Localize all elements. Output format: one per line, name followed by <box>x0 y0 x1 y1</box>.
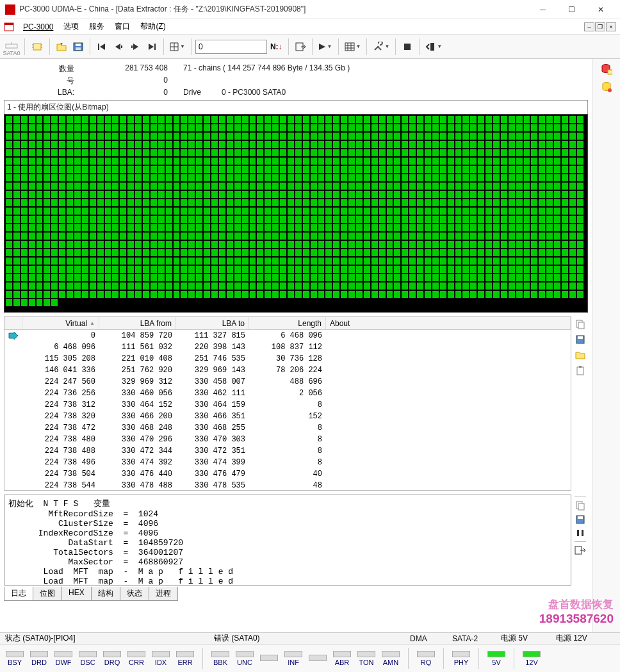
bitmap-cell <box>379 265 386 274</box>
th-lba-to[interactable]: LBA to <box>176 317 249 329</box>
bitmap-cell <box>318 124 325 132</box>
table-copy-button[interactable] <box>574 318 587 331</box>
db-yellow-button[interactable] <box>599 79 614 95</box>
play-button[interactable]: ▼ <box>316 38 334 56</box>
goto-button[interactable]: N:↓ <box>268 38 284 56</box>
chip-button[interactable] <box>29 38 45 56</box>
bitmap-cell <box>180 165 188 174</box>
bitmap-cell <box>127 232 135 240</box>
log-copy-button[interactable] <box>575 500 585 511</box>
tab-状态[interactable]: 状态 <box>120 587 149 601</box>
nav-next-button[interactable] <box>127 38 143 56</box>
tab-结构[interactable]: 结构 <box>91 587 120 601</box>
table-row[interactable]: 224 738 496330 474 392330 474 3998 <box>4 457 571 468</box>
bitmap-cell <box>249 124 257 132</box>
close-button[interactable]: ✕ <box>586 1 615 19</box>
open-task-button[interactable] <box>54 38 69 56</box>
table-row[interactable]: 6 468 096111 561 032220 398 143108 837 1… <box>4 341 571 353</box>
exit-button[interactable]: ▼ <box>423 38 444 56</box>
table-row[interactable]: 224 247 560329 969 312330 458 007488 696 <box>4 376 571 388</box>
table-row[interactable]: 115 305 208221 010 408251 746 53530 736 … <box>4 353 571 365</box>
port-button[interactable]: SATA0 <box>3 38 20 56</box>
table-cell: 251 746 535 <box>176 354 249 363</box>
table-row[interactable]: 224 736 256330 460 056330 462 1112 056 <box>4 388 571 399</box>
table-save-button[interactable] <box>574 333 587 346</box>
table-row[interactable]: 146 041 336251 762 920329 969 14378 206 … <box>4 365 571 376</box>
menu-window[interactable]: 窗口 <box>111 20 134 33</box>
tab-进程[interactable]: 进程 <box>149 587 178 601</box>
bitmap-cell <box>416 174 424 182</box>
bitmap-cell <box>569 240 576 249</box>
bitmap-cell <box>127 182 135 190</box>
tab-位图[interactable]: 位图 <box>33 587 62 601</box>
table-row[interactable]: 224 738 488330 472 344330 472 3518 <box>4 445 571 457</box>
tab-日志[interactable]: 日志 <box>4 587 33 601</box>
table-row[interactable]: 224 738 544330 478 488330 478 53548 <box>4 480 571 490</box>
mdi-minimize[interactable]: – <box>584 22 594 31</box>
bitmap-cell <box>432 249 439 257</box>
th-lba-from[interactable]: LBA from <box>99 317 176 329</box>
tab-HEX[interactable]: HEX <box>61 587 92 601</box>
bitmap-cell <box>142 290 150 299</box>
bitmap-cell <box>234 249 241 257</box>
address-input[interactable] <box>195 40 267 54</box>
table-row[interactable]: 224 738 480330 470 296330 470 3038 <box>4 434 571 445</box>
bitmap-cell <box>279 149 287 157</box>
th-length[interactable]: Length <box>249 317 326 329</box>
menu-service[interactable]: 服务 <box>85 20 108 33</box>
table-clip-button[interactable] <box>574 364 587 377</box>
bitmap-area[interactable] <box>4 114 588 313</box>
bitmap-cell <box>424 224 432 232</box>
th-icon[interactable] <box>4 317 22 329</box>
grid-button[interactable]: ▼ <box>168 38 187 56</box>
table-row[interactable]: 224 738 504330 476 440330 476 47940 <box>4 468 571 480</box>
bitmap-cell <box>325 224 332 232</box>
stop-button[interactable] <box>400 38 415 56</box>
table-row[interactable]: 224 738 312330 464 152330 464 1598 <box>4 399 571 411</box>
bitmap-cell <box>363 140 371 149</box>
bitmap-cell <box>530 140 538 149</box>
minimize-button[interactable]: ─ <box>528 1 557 19</box>
menu-help[interactable]: 帮助(Z) <box>136 20 169 33</box>
bitmap-cell <box>401 124 409 132</box>
mdi-close[interactable]: × <box>606 22 616 31</box>
nav-first-button[interactable] <box>94 38 110 56</box>
table-row[interactable]: 0104 859 720111 327 8156 468 096 <box>4 330 571 341</box>
bitmap-cell <box>500 207 508 215</box>
bitmap-cell <box>424 149 432 157</box>
bitmap-cell <box>295 249 302 257</box>
bitmap-cell <box>295 215 302 224</box>
log-export-button[interactable] <box>575 546 586 555</box>
table-row[interactable]: 224 738 472330 468 248330 468 2558 <box>4 422 571 434</box>
settings-grid-button[interactable]: ▼ <box>343 38 363 56</box>
bitmap-cell <box>58 215 66 224</box>
bitmap-cell <box>81 240 89 249</box>
save-task-button[interactable] <box>70 38 86 56</box>
table-cell: 224 247 560 <box>22 377 99 386</box>
mdi-restore[interactable]: ❐ <box>595 22 605 31</box>
th-virtual[interactable]: Virtual▲ <box>22 317 99 329</box>
bitmap-cell <box>340 165 348 174</box>
tools-button[interactable]: ▼ <box>371 38 391 56</box>
th-about[interactable]: About <box>326 317 571 329</box>
menu-app[interactable]: PC-3000 <box>19 21 57 33</box>
export-button[interactable] <box>293 38 308 56</box>
bitmap-cell <box>469 115 477 124</box>
table-body[interactable]: 0104 859 720111 327 8156 468 0966 468 09… <box>4 330 571 490</box>
log-text[interactable]: 初始化 N T F S 变量 MftRecordSize = 1024 Clus… <box>4 495 571 586</box>
log-save-button[interactable] <box>575 514 585 525</box>
bitmap-cell <box>569 190 576 199</box>
maximize-button[interactable]: ☐ <box>557 1 586 19</box>
bitmap-cell <box>226 265 234 274</box>
menu-options[interactable]: 选项 <box>60 20 83 33</box>
bitmap-cell <box>348 207 355 215</box>
bitmap-cell <box>477 157 485 165</box>
db-red-button[interactable] <box>599 61 614 77</box>
bitmap-cell <box>576 207 584 215</box>
table-row[interactable]: 224 738 320330 466 200330 466 351152 <box>4 411 571 422</box>
table-open-button[interactable] <box>574 348 587 361</box>
bitmap-cell <box>523 132 531 140</box>
nav-prev-button[interactable] <box>111 38 126 56</box>
log-pause-button[interactable] <box>576 529 585 537</box>
nav-last-button[interactable] <box>144 38 159 56</box>
